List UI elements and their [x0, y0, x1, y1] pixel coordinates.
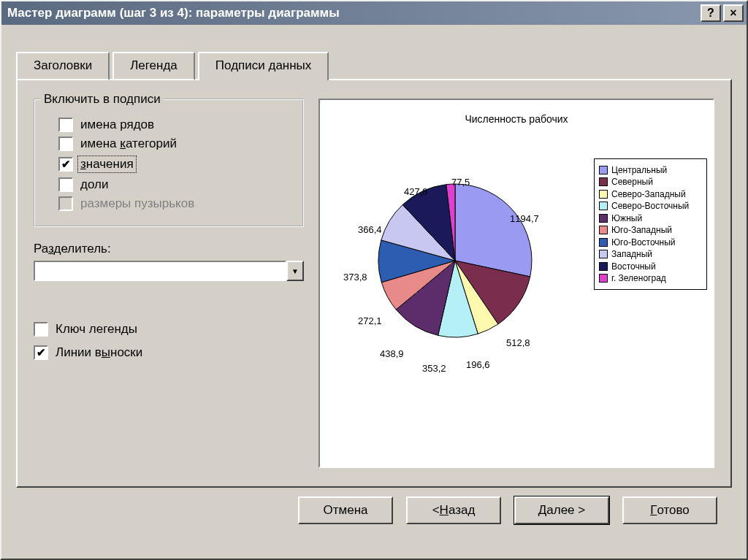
chk-bubble-size-row: размеры пузырьков	[58, 196, 292, 211]
tab-legend[interactable]: Легенда	[112, 52, 195, 80]
button-row: Отмена < Назад Далее > Готово	[16, 488, 732, 524]
pie-chart	[371, 177, 539, 345]
chart-preview: Численность рабочих 1194,7 512,8 196,6 3…	[318, 99, 714, 468]
legend-label: Северо-Восточный	[611, 201, 689, 211]
close-button[interactable]: ×	[723, 4, 744, 22]
data-label: 366,4	[358, 224, 382, 235]
legend-swatch	[599, 214, 608, 223]
legend-label: Северный	[611, 177, 653, 187]
legend-swatch	[599, 202, 608, 210]
chk-percentage-label: доли	[80, 177, 108, 192]
chk-legend-key[interactable]	[34, 322, 48, 337]
chart-title: Численность рабочих	[320, 113, 713, 125]
tab-titles[interactable]: Заголовки	[16, 52, 110, 80]
legend-swatch	[599, 190, 608, 199]
chk-series-name-row: имена рядов	[58, 118, 292, 132]
group-caption: Включить в подписи	[41, 92, 164, 107]
legend-item: Центральный	[599, 165, 702, 175]
data-label: 373,8	[343, 272, 367, 283]
window-title: Мастер диаграмм (шаг 3 из 4): параметры …	[7, 6, 698, 20]
back-button[interactable]: < Назад	[406, 496, 501, 524]
legend-item: Южный	[599, 213, 702, 223]
chk-series-name[interactable]	[58, 118, 73, 132]
data-label: 353,2	[422, 363, 446, 374]
legend-swatch	[599, 226, 608, 234]
separator-dropdown-button[interactable]: ▼	[286, 261, 304, 281]
legend-label: Центральный	[611, 165, 667, 175]
label-contains-group: Включить в подписи имена рядов имена кат…	[34, 99, 304, 227]
legend-label: Южный	[611, 213, 642, 223]
help-button[interactable]: ?	[701, 4, 721, 22]
data-label: 196,6	[466, 359, 490, 370]
legend-item: Юго-Западный	[599, 225, 702, 235]
legend-swatch	[599, 262, 608, 271]
data-label: 512,8	[506, 337, 530, 348]
legend-swatch	[599, 166, 608, 174]
legend-item: Северный	[599, 177, 702, 187]
legend-label: г. Зеленоград	[611, 273, 666, 283]
legend-item: Восточный	[599, 261, 702, 272]
legend-item: Северо-Западный	[599, 189, 702, 199]
titlebar: Мастер диаграмм (шаг 3 из 4): параметры …	[1, 1, 747, 25]
chk-legend-key-row: Ключ легенды	[34, 322, 304, 337]
chk-leader-lines-row: ✔ Линии выноски	[34, 345, 304, 360]
chk-value-label: значения	[77, 156, 137, 173]
chk-value[interactable]: ✔	[58, 157, 73, 172]
chk-percentage[interactable]	[58, 177, 73, 192]
chk-series-name-label: имена рядов	[80, 118, 154, 132]
legend-swatch	[599, 274, 608, 283]
dialog-window: Мастер диаграмм (шаг 3 из 4): параметры …	[0, 0, 748, 560]
chk-category-name[interactable]	[58, 137, 73, 151]
legend: ЦентральныйСеверныйСеверо-ЗападныйСеверо…	[594, 158, 707, 290]
legend-label: Западный	[611, 249, 652, 259]
separator-input[interactable]	[34, 261, 286, 281]
chk-bubble-size	[58, 196, 73, 211]
chk-category-name-row: имена категорий	[58, 137, 292, 151]
data-label: 427,8	[404, 186, 428, 197]
legend-label: Северо-Западный	[611, 189, 686, 199]
legend-swatch	[599, 238, 608, 247]
tabpanel: Включить в подписи имена рядов имена кат…	[16, 79, 732, 488]
chk-category-name-label: имена категорий	[80, 137, 177, 151]
chk-legend-key-label: Ключ легенды	[56, 322, 137, 337]
separator-label: Разделитель:	[34, 242, 304, 256]
tab-data-labels[interactable]: Подписи данных	[198, 52, 329, 80]
legend-item: Западный	[599, 249, 702, 259]
legend-label: Юго-Западный	[611, 225, 672, 235]
left-column: Включить в подписи имена рядов имена кат…	[34, 99, 304, 468]
legend-item: Юго-Восточный	[599, 237, 702, 248]
chk-bubble-size-label: размеры пузырьков	[80, 196, 194, 211]
legend-label: Восточный	[611, 261, 656, 272]
cancel-button[interactable]: Отмена	[298, 496, 393, 524]
legend-item: Северо-Восточный	[599, 201, 702, 211]
finish-button[interactable]: Готово	[622, 496, 717, 524]
tabstrip: Заголовки Легенда Подписи данных	[16, 50, 732, 79]
chk-leader-lines[interactable]: ✔	[34, 345, 48, 360]
legend-item: г. Зеленоград	[599, 273, 702, 283]
legend-swatch	[599, 177, 608, 186]
legend-swatch	[599, 250, 608, 258]
dialog-body: Заголовки Легенда Подписи данных Включит…	[1, 25, 747, 559]
next-button[interactable]: Далее >	[514, 496, 609, 524]
data-label: 1194,7	[510, 213, 539, 224]
chk-percentage-row: доли	[58, 177, 292, 192]
data-label: 272,1	[358, 315, 382, 326]
data-label: 77,5	[451, 177, 470, 188]
chk-leader-lines-label: Линии выноски	[56, 345, 142, 360]
separator-combo[interactable]: ▼	[34, 261, 304, 281]
data-label: 438,9	[380, 348, 404, 359]
legend-label: Юго-Восточный	[611, 237, 676, 248]
chk-value-row: ✔ значения	[58, 156, 292, 173]
